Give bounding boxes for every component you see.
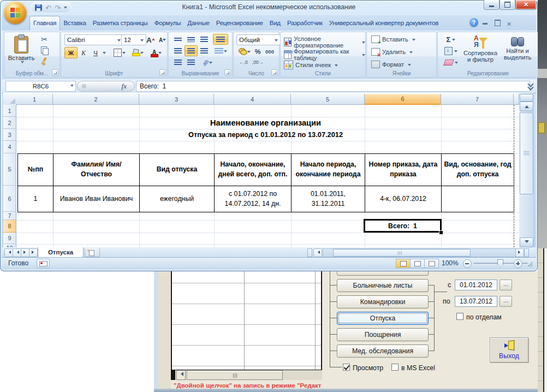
data-cell-dates[interactable]: с 01.07.2012 по 14.07.2012, 14 дн. [215, 186, 292, 212]
bold-button[interactable]: Ж [64, 47, 78, 58]
align-right-button[interactable] [198, 45, 211, 56]
save-icon[interactable] [35, 4, 42, 11]
row-header-3[interactable]: 3 [3, 129, 16, 141]
clipboard-dialog-launcher[interactable] [52, 69, 58, 76]
scrollbar-thumb[interactable] [187, 370, 283, 380]
office-button[interactable] [4, 1, 27, 24]
records-hscrollbar[interactable] [171, 370, 322, 380]
column-header-4[interactable]: 4 [214, 94, 291, 105]
data-cell-type[interactable]: ежегодный [140, 186, 215, 212]
row-header-6[interactable]: 6 [3, 186, 16, 212]
align-center-button[interactable] [185, 45, 198, 56]
find-select-button[interactable]: Найти и выделить [499, 33, 536, 74]
macro-record-icon[interactable] [37, 259, 50, 268]
insert-function-button[interactable]: fx [77, 81, 135, 92]
conditional-formatting-button[interactable]: Условное форматирование [284, 35, 365, 49]
report-button-medical-exams[interactable]: Мед. обследования [337, 345, 429, 358]
report-button-incentives[interactable]: Поощрения [337, 328, 429, 341]
shrink-font-button[interactable]: А [155, 34, 167, 45]
underline-button[interactable]: Ч [90, 47, 102, 58]
align-bottom-button[interactable] [198, 34, 211, 45]
tab-insert[interactable]: Вставка [60, 16, 89, 31]
preview-checkbox[interactable] [343, 364, 350, 371]
column-header-6[interactable]: 6 [365, 94, 441, 105]
exit-button[interactable]: Выход [490, 337, 528, 363]
org-title-cell[interactable]: Наименование организации [17, 117, 514, 129]
hscroll-left-icon[interactable] [313, 248, 322, 257]
expand-formula-bar-icon[interactable] [527, 81, 534, 91]
normal-view-button[interactable] [396, 259, 411, 268]
zoom-in-button[interactable] [514, 259, 522, 268]
scroll-down-button[interactable] [520, 237, 533, 247]
report-button-vacations[interactable]: Отпуска [337, 312, 429, 325]
row-header-1[interactable]: 1 [3, 105, 16, 117]
italic-button[interactable]: К [78, 47, 90, 58]
report-button-sick-leaves[interactable]: Больничные листы [337, 279, 429, 292]
tab-formulas[interactable]: Формулы [151, 16, 185, 31]
data-cell-num[interactable]: 1 [18, 186, 53, 212]
tab-developer[interactable]: Разработчик [284, 16, 326, 31]
date-from-field[interactable]: 01.01.2012 [455, 280, 497, 290]
tab-page-layout[interactable]: Разметка страницы [90, 16, 151, 31]
font-color-button[interactable]: А [147, 47, 165, 58]
workbook-close-icon[interactable] [507, 19, 514, 25]
vertical-scrollbar[interactable] [519, 93, 533, 247]
data-cell-extra[interactable] [442, 186, 514, 212]
header-cell-period[interactable]: Начало периода, окончание периода [292, 154, 365, 186]
merge-center-button[interactable] [213, 45, 228, 56]
percent-style-button[interactable]: % [252, 46, 263, 57]
date-to-browse-button[interactable]: ... [500, 296, 512, 307]
header-cell-order[interactable]: Номер приказа, дата приказа [365, 154, 442, 186]
column-header-2[interactable]: 2 [53, 94, 139, 105]
row-header-9[interactable]: 9 [3, 233, 16, 244]
row-header-8[interactable]: 8 [3, 220, 16, 233]
scrollbar-splitter[interactable] [171, 370, 175, 380]
last-sheet-icon[interactable] [29, 248, 38, 257]
font-dialog-launcher[interactable] [159, 69, 166, 76]
insert-cells-button[interactable]: Вставить [371, 35, 415, 43]
column-header-1[interactable]: 1 [16, 94, 53, 105]
number-dialog-launcher[interactable] [271, 69, 278, 76]
active-cell-total[interactable]: Всего: 1 [364, 219, 442, 233]
page-break-view-button[interactable] [424, 259, 439, 268]
underline-dropdown-icon[interactable] [100, 47, 108, 58]
increase-decimal-button[interactable]: ←,0 [236, 57, 251, 67]
delete-cells-button[interactable]: Удалить [371, 48, 413, 56]
fill-color-button[interactable] [129, 47, 146, 58]
tab-splitter[interactable] [307, 248, 312, 257]
tab-review[interactable]: Рецензирование [213, 16, 266, 31]
tab-view[interactable]: Вид [266, 16, 284, 31]
workbook-restore-icon[interactable] [495, 19, 502, 25]
decrease-indent-button[interactable] [171, 57, 185, 68]
horizontal-scrollbar[interactable] [323, 248, 516, 257]
page-layout-view-button[interactable] [410, 259, 425, 268]
number-format-combo[interactable]: Общий [236, 34, 281, 45]
header-cell-dates[interactable]: Начало, окончание, дней всего, доп. отп. [215, 154, 292, 186]
tab-home[interactable]: Главная [29, 16, 60, 31]
qat-customize-icon[interactable] [64, 3, 67, 13]
undo-icon[interactable] [45, 3, 51, 13]
grow-font-button[interactable]: А [143, 34, 155, 45]
format-painter-button[interactable] [37, 56, 51, 67]
format-as-table-button[interactable]: Форматировать как таблицу [284, 48, 365, 61]
report-button-business-trips[interactable]: Командировки [337, 295, 429, 308]
period-title-cell[interactable]: Отпуска за период с 01.01.2012 по 13.07.… [17, 129, 514, 141]
fill-button[interactable] [441, 46, 461, 56]
data-cell-period[interactable]: 01.01.2011, 31.12.2011 [292, 186, 365, 212]
split-box[interactable] [520, 94, 533, 102]
sheet-tab-otpuska[interactable]: Отпуска [38, 247, 84, 258]
prev-sheet-icon[interactable] [13, 248, 21, 257]
header-cell-num[interactable]: №пп [18, 154, 53, 186]
workbook-minimize-icon[interactable] [483, 19, 490, 25]
zoom-out-button[interactable] [463, 259, 472, 268]
resize-grip[interactable] [527, 262, 533, 267]
insert-worksheet-icon[interactable] [85, 248, 100, 257]
borders-button[interactable] [111, 47, 128, 58]
redo-icon[interactable] [55, 3, 61, 13]
alignment-dialog-launcher[interactable] [224, 69, 231, 76]
hscroll-splitter[interactable] [524, 248, 529, 257]
hscrollbar-thumb[interactable] [333, 249, 471, 257]
copy-button[interactable] [37, 45, 51, 56]
sort-filter-button[interactable]: Сортировка и фильтр [463, 33, 498, 72]
decrease-decimal-button[interactable]: ,00→ [251, 57, 265, 67]
